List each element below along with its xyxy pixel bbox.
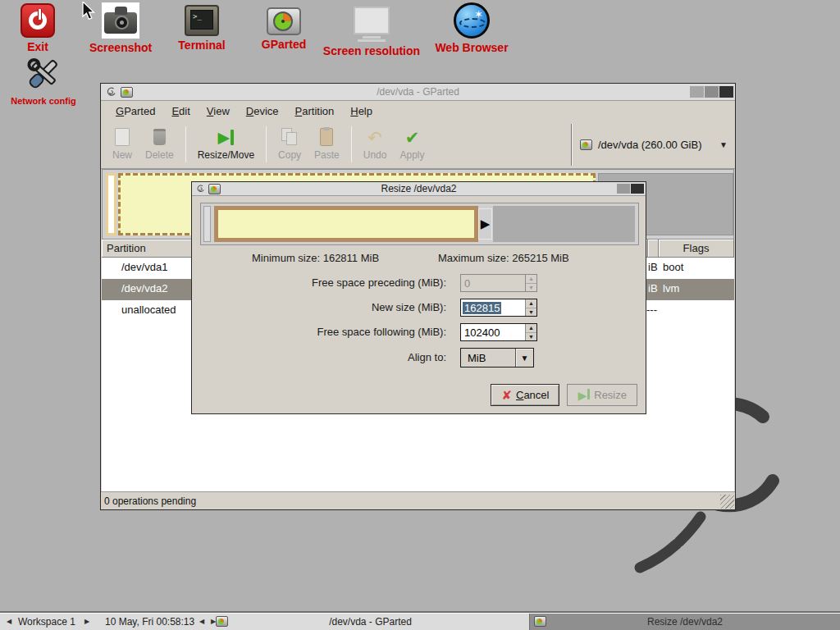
partition-name: unallocated bbox=[121, 304, 176, 316]
resize-grip[interactable] bbox=[720, 495, 734, 509]
toolbar-separator bbox=[351, 126, 352, 162]
terminal-icon: >_ bbox=[185, 5, 219, 36]
field-label: Free space following (MiB): bbox=[317, 326, 447, 338]
spin-down-icon[interactable]: ▼ bbox=[526, 308, 536, 317]
desktop-icon-label: Terminal bbox=[175, 39, 229, 52]
close-button[interactable] bbox=[719, 86, 733, 98]
globe-icon: ✶ bbox=[454, 2, 490, 39]
mouse-cursor bbox=[82, 2, 100, 21]
new-button[interactable]: New bbox=[106, 125, 139, 162]
menu-edit[interactable]: Edit bbox=[163, 103, 198, 120]
resize-arrow-icon: ▶ bbox=[578, 389, 590, 402]
partition-flags: boot bbox=[663, 261, 683, 273]
dialog-title: Resize /dev/vda2 bbox=[192, 183, 646, 194]
align-dropdown[interactable]: MiB ▼ bbox=[460, 348, 534, 368]
field-row-align: Align to: MiB ▼ bbox=[192, 348, 646, 368]
status-text: 0 operations pending bbox=[104, 495, 196, 507]
column-header-covered[interactable] bbox=[648, 240, 659, 258]
desktop-icon-web-browser[interactable]: ✶ Web Browser bbox=[418, 2, 526, 54]
chevron-down-icon[interactable]: ▼ bbox=[515, 349, 533, 367]
desktop-icon-gparted[interactable]: GParted bbox=[257, 7, 311, 51]
task-label: /dev/vda - GParted bbox=[329, 616, 412, 628]
column-header-flags[interactable]: Flags bbox=[659, 240, 734, 258]
taskbar: ◀ Workspace 1 ▶ 10 May, Fri 00:58:13 ◀ ▶… bbox=[0, 613, 840, 630]
menu-gparted[interactable]: GParted bbox=[107, 103, 163, 120]
statusbar: 0 operations pending bbox=[101, 491, 735, 509]
taskbar-task-gparted[interactable]: /dev/vda - GParted bbox=[212, 614, 529, 630]
cancel-button[interactable]: ✘ Cancel bbox=[491, 384, 559, 406]
gparted-disk-icon bbox=[267, 7, 301, 35]
spinner[interactable]: ▲ ▼ bbox=[525, 275, 536, 291]
drag-handle[interactable]: ▶ bbox=[478, 208, 492, 240]
resize-button[interactable]: ▶ Resize bbox=[567, 384, 637, 406]
size-fragment: iB bbox=[648, 282, 658, 294]
camera-icon bbox=[102, 2, 139, 39]
desktop-icon-exit[interactable]: Exit bbox=[11, 3, 64, 53]
desktop-icon-network-config[interactable]: Network config bbox=[8, 56, 79, 106]
gparted-titlebar[interactable]: /dev/vda - GParted bbox=[101, 84, 735, 101]
dialog-titlebar[interactable]: Resize /dev/vda2 bbox=[192, 182, 646, 196]
close-button[interactable] bbox=[631, 184, 644, 194]
workspace-next-icon[interactable]: ▶ bbox=[84, 618, 89, 625]
chevron-down-icon[interactable]: ▼ bbox=[719, 140, 728, 149]
undo-button[interactable]: ↶ Undo bbox=[357, 125, 394, 162]
window-title: /dev/vda - GParted bbox=[101, 86, 735, 98]
gparted-app-icon bbox=[534, 616, 546, 627]
new-size-input[interactable]: 162815 ▲ ▼ bbox=[460, 299, 537, 317]
menu-device[interactable]: Device bbox=[238, 103, 287, 120]
spin-up-icon[interactable]: ▲ bbox=[526, 299, 536, 308]
spin-up-icon[interactable]: ▲ bbox=[526, 324, 536, 333]
desktop-icon-label: GParted bbox=[257, 38, 311, 51]
free-space-preceding-input[interactable]: 0 ▲ ▼ bbox=[460, 274, 537, 292]
resize-dialog: Resize /dev/vda2 ▶ Minimum size: 162811 … bbox=[191, 181, 646, 414]
field-row-following: Free space following (MiB): 102400 ▲ ▼ bbox=[192, 323, 646, 341]
spin-up-icon[interactable]: ▲ bbox=[526, 275, 536, 284]
menubar: GParted Edit View Device Partition Help bbox=[101, 101, 735, 121]
copy-button[interactable]: Copy bbox=[272, 125, 308, 162]
resize-move-button[interactable]: ▶ Resize/Move bbox=[191, 125, 261, 162]
resize-slider-widget: ▶ bbox=[200, 203, 639, 245]
menu-view[interactable]: View bbox=[199, 103, 238, 120]
spin-down-icon[interactable]: ▼ bbox=[526, 284, 536, 292]
maximum-size-text: Maximum size: 265215 MiB bbox=[438, 252, 569, 264]
field-row-preceding: Free space preceding (MiB): 0 ▲ ▼ bbox=[192, 274, 646, 292]
undo-icon: ↶ bbox=[368, 129, 382, 146]
maximize-button[interactable] bbox=[617, 184, 630, 194]
partition-area[interactable] bbox=[214, 206, 478, 242]
align-value: MiB bbox=[468, 352, 486, 364]
resize-arrow-icon: ▶ bbox=[218, 126, 235, 148]
spin-down-icon[interactable]: ▼ bbox=[526, 333, 536, 341]
task-label: Resize /dev/vda2 bbox=[647, 616, 723, 628]
menu-partition[interactable]: Partition bbox=[287, 103, 343, 120]
desktop-icon-label: Screen resolution bbox=[318, 44, 425, 57]
monitor-icon bbox=[354, 7, 390, 34]
spinner[interactable]: ▲ ▼ bbox=[525, 324, 536, 340]
free-space-following-input[interactable]: 102400 ▲ ▼ bbox=[460, 323, 537, 341]
cancel-x-icon: ✘ bbox=[501, 388, 512, 403]
minimize-button[interactable] bbox=[690, 86, 704, 98]
desktop-icon-label: Web Browser bbox=[418, 41, 526, 54]
apply-button[interactable]: ✔ Apply bbox=[393, 125, 431, 162]
visual-partition-vda1[interactable] bbox=[106, 173, 116, 235]
minimum-size-text: Minimum size: 162811 MiB bbox=[252, 252, 379, 264]
paste-button[interactable]: Paste bbox=[308, 125, 346, 162]
field-label: Free space preceding (MiB): bbox=[312, 276, 446, 289]
gparted-app-icon bbox=[216, 616, 228, 627]
apply-check-icon: ✔ bbox=[405, 129, 420, 146]
toolbar-separator bbox=[266, 126, 267, 162]
workspace-prev-icon[interactable]: ◀ bbox=[7, 618, 11, 625]
maximize-button[interactable] bbox=[705, 86, 719, 98]
spinner[interactable]: ▲ ▼ bbox=[525, 299, 536, 316]
power-icon bbox=[21, 3, 55, 38]
menu-help[interactable]: Help bbox=[342, 103, 381, 120]
left-grip[interactable] bbox=[203, 206, 211, 242]
desktop-icon-screen-resolution[interactable]: Screen resolution bbox=[318, 7, 425, 57]
taskbar-task-resize-dialog[interactable]: Resize /dev/vda2 bbox=[529, 614, 840, 630]
copy-icon bbox=[281, 128, 298, 146]
delete-button[interactable]: Delete bbox=[139, 125, 180, 162]
desktop-icon-terminal[interactable]: >_ Terminal bbox=[175, 5, 229, 52]
device-selector[interactable]: /dev/vda (260.00 GiB) ▼ bbox=[571, 124, 733, 166]
clock: 10 May, Fri 00:58:13 bbox=[105, 616, 194, 628]
desktop-icon-label: Exit bbox=[11, 40, 64, 53]
tasklist-prev-icon[interactable]: ◀ bbox=[199, 618, 204, 625]
